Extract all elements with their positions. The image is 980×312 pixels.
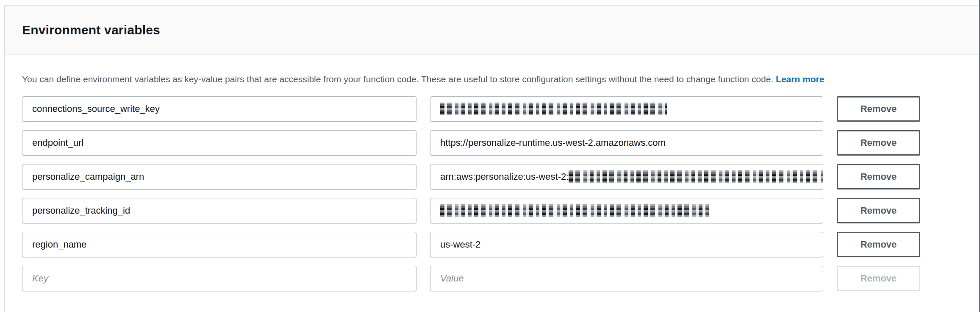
redacted-value: [569, 170, 823, 183]
description-body: You can define environment variables as …: [22, 74, 773, 84]
learn-more-link[interactable]: Learn more: [776, 74, 824, 84]
key-input[interactable]: connections_source_write_key: [22, 96, 416, 122]
panel-body: You can define environment variables as …: [5, 74, 978, 291]
value-placeholder: Value: [440, 273, 464, 284]
key-text: region_name: [32, 239, 86, 250]
key-text: personalize_campaign_arn: [32, 171, 144, 182]
key-text: endpoint_url: [32, 137, 83, 148]
value-input[interactable]: [430, 96, 823, 122]
env-var-row: connections_source_write_key Remove: [22, 96, 961, 122]
remove-button[interactable]: Remove: [837, 232, 920, 257]
value-input[interactable]: us-west-2: [430, 232, 823, 257]
value-text: arn:aws:personalize:us-west-2:: [440, 171, 569, 182]
redacted-value: [440, 204, 711, 217]
redacted-value: [440, 103, 667, 115]
value-input[interactable]: [430, 198, 823, 223]
env-var-new-row: Key Value Remove: [22, 266, 961, 291]
key-input[interactable]: endpoint_url: [22, 130, 416, 156]
remove-button-disabled: Remove: [837, 266, 920, 291]
new-value-input[interactable]: Value: [430, 266, 823, 291]
remove-button[interactable]: Remove: [837, 130, 920, 156]
key-input[interactable]: region_name: [22, 232, 416, 257]
env-var-rows: connections_source_write_key Remove endp…: [22, 96, 961, 291]
key-text: personalize_tracking_id: [32, 205, 130, 216]
env-var-row: region_name us-west-2 Remove: [22, 232, 961, 257]
value-text: us-west-2: [440, 239, 480, 250]
env-var-row: personalize_campaign_arn arn:aws:persona…: [22, 164, 961, 189]
key-input[interactable]: personalize_tracking_id: [22, 198, 416, 223]
value-input[interactable]: arn:aws:personalize:us-west-2:: [430, 164, 823, 189]
remove-button[interactable]: Remove: [837, 164, 920, 189]
value-input[interactable]: https://personalize-runtime.us-west-2.am…: [430, 130, 823, 156]
env-var-row: personalize_tracking_id Remove: [22, 198, 961, 223]
panel-header: Environment variables: [5, 6, 978, 55]
description-text: You can define environment variables as …: [22, 74, 961, 85]
remove-button[interactable]: Remove: [837, 198, 920, 223]
env-var-row: endpoint_url https://personalize-runtime…: [22, 130, 961, 156]
page-title: Environment variables: [22, 23, 160, 37]
key-placeholder: Key: [32, 273, 48, 284]
key-text: connections_source_write_key: [32, 103, 160, 114]
key-input[interactable]: personalize_campaign_arn: [22, 164, 416, 189]
remove-button[interactable]: Remove: [837, 96, 920, 122]
value-text: https://personalize-runtime.us-west-2.am…: [440, 137, 666, 148]
new-key-input[interactable]: Key: [22, 266, 416, 291]
environment-variables-panel: Environment variables You can define env…: [4, 5, 978, 312]
